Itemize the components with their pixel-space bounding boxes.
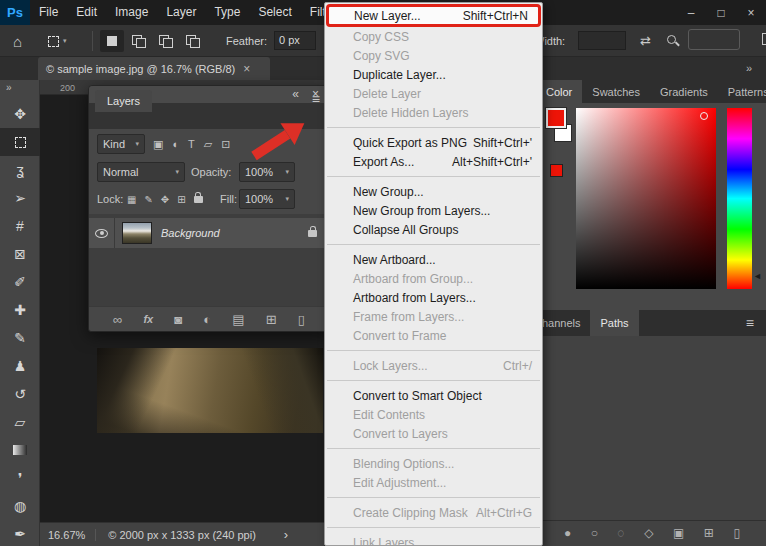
clone-stamp-tool[interactable]: ♟ [0,352,40,380]
new-layer-icon[interactable]: ⊞ [266,312,277,327]
menu-item-duplicate-layer[interactable]: Duplicate Layer... [325,65,542,84]
blend-mode-dropdown[interactable]: Normal ▾ [97,162,185,182]
delete-layer-icon[interactable]: ▯ [298,312,305,327]
stroke-path-icon[interactable]: ○ [591,526,598,540]
move-tool[interactable]: ✥ [0,100,40,128]
filter-pixel-layer-icon[interactable]: ▣ [153,138,163,151]
blur-tool[interactable]: ❜ [0,464,40,492]
tab-gradients[interactable]: Gradients [650,80,718,103]
panel-menu-icon[interactable]: ≡ [312,91,320,107]
menu-select[interactable]: Select [249,0,300,25]
menu-item-delete-layer[interactable]: Delete Layer [325,84,542,103]
rectangular-marquee-tool[interactable] [0,128,40,156]
filter-shape-layer-icon[interactable]: ▱ [204,138,212,151]
menu-item-new-layer[interactable]: New Layer...Shift+Ctrl+N [326,4,541,27]
lock-transparency-icon[interactable]: ▦ [127,194,136,205]
new-path-icon[interactable]: ⊞ [704,526,714,540]
menu-image[interactable]: Image [106,0,157,25]
filter-adjustment-layer-icon[interactable]: ◐ [172,138,179,150]
adjustment-layer-icon[interactable]: ◐ [203,312,211,327]
history-brush-tool[interactable]: ↺ [0,380,40,408]
frame-tool[interactable]: ⊠ [0,240,40,268]
menu-type[interactable]: Type [205,0,249,25]
layer-mask-icon[interactable]: ◙ [174,312,182,327]
menu-item-quick-export-as-png[interactable]: Quick Export as PNGShift+Ctrl+' [325,133,542,152]
menu-file[interactable]: File [30,0,67,25]
menu-item-convert-to-smart-object[interactable]: Convert to Smart Object [325,386,542,405]
visibility-cell[interactable] [89,218,115,248]
menu-item-new-artboard[interactable]: New Artboard... [325,250,542,269]
menu-edit[interactable]: Edit [67,0,106,25]
pen-tool[interactable]: ✒ [0,520,40,546]
eyedropper-tool[interactable]: ✐ [0,268,40,296]
layer-style-icon[interactable]: fx [143,313,153,325]
subtract-from-selection-button[interactable] [154,30,178,52]
hue-slider[interactable] [727,108,752,289]
zoom-level[interactable]: 16.67% [48,529,96,541]
object-selection-tool[interactable]: ➢ [0,184,40,212]
layer-row[interactable]: Background [89,218,329,248]
menu-item-edit-contents[interactable]: Edit Contents [325,405,542,424]
width-input[interactable] [578,31,626,50]
share-icon[interactable] [762,33,766,45]
menu-item-new-group-from-layers[interactable]: New Group from Layers... [325,201,542,220]
load-selection-icon[interactable]: ◌ [618,526,625,540]
feather-input[interactable]: 0 px [274,31,316,50]
menu-item-delete-hidden-layers[interactable]: Delete Hidden Layers [325,103,542,122]
foreground-color-swatch[interactable] [546,108,566,128]
make-work-path-icon[interactable]: ◇ [644,526,653,540]
window-close-button[interactable]: × [736,0,766,25]
menu-item-copy-svg[interactable]: Copy SVG [325,46,542,65]
add-mask-icon[interactable]: ▣ [673,526,684,540]
menu-item-blending-options[interactable]: Blending Options... [325,454,542,473]
search-icon[interactable] [666,34,679,47]
fill-path-icon[interactable]: ● [564,526,571,540]
delete-path-icon[interactable]: ▯ [733,526,740,540]
color-picker-cursor[interactable] [700,112,708,120]
toolbar-expand-icon[interactable]: » [6,82,12,93]
menu-item-edit-adjustment[interactable]: Edit Adjustment... [325,473,542,492]
menu-item-convert-to-layers[interactable]: Convert to Layers [325,424,542,443]
document-tab[interactable]: © sample image.jpg @ 16.7% (RGB/8) × [38,57,270,80]
spot-healing-tool[interactable]: ✚ [0,296,40,324]
link-layers-icon[interactable]: ∞ [113,312,122,327]
tab-swatches[interactable]: Swatches [582,80,650,103]
add-to-selection-button[interactable] [127,30,151,52]
color-sample-chip[interactable] [550,164,563,177]
menu-item-artboard-from-group[interactable]: Artboard from Group... [325,269,542,288]
tab-patterns[interactable]: Patterns [718,80,766,103]
collapse-panel-icon[interactable]: « [292,87,299,101]
eraser-tool[interactable]: ▱ [0,408,40,436]
menu-layer[interactable]: Layer [157,0,205,25]
menu-item-new-group[interactable]: New Group... [325,182,542,201]
filter-smart-object-icon[interactable]: ⊡ [221,138,230,151]
lock-pixels-icon[interactable]: ✎ [144,194,152,205]
saturation-brightness-field[interactable] [576,108,716,289]
new-selection-button[interactable] [100,30,124,52]
menu-item-lock-layers[interactable]: Lock Layers...Ctrl+/ [325,356,542,375]
crop-tool[interactable]: # [0,212,40,240]
fill-dropdown[interactable]: 100% ▾ [239,189,295,209]
filter-type-layer-icon[interactable]: T [188,138,195,150]
dodge-tool[interactable]: ◍ [0,492,40,520]
menu-item-convert-to-frame[interactable]: Convert to Frame [325,326,542,345]
menu-item-collapse-all-groups[interactable]: Collapse All Groups [325,220,542,239]
status-chevron-icon[interactable]: › [284,527,288,542]
tab-layers[interactable]: Layers [95,90,152,112]
home-icon[interactable]: ⌂ [13,25,22,57]
tab-overflow-icon[interactable]: » [746,57,752,80]
hue-slider-marker[interactable]: ◄ [753,271,762,281]
active-tool-badge[interactable]: ▾ [48,25,67,57]
lock-all-icon[interactable] [194,196,203,203]
panel-menu-icon[interactable]: ≡ [746,315,754,331]
tab-paths[interactable]: Paths [590,310,638,336]
brush-tool[interactable]: ✎ [0,324,40,352]
menu-item-copy-css[interactable]: Copy CSS [325,27,542,46]
menu-item-artboard-from-layers[interactable]: Artboard from Layers... [325,288,542,307]
options-input-box[interactable] [688,29,740,50]
gradient-tool[interactable] [0,436,40,464]
new-group-icon[interactable]: ▤ [232,312,244,327]
kind-filter-dropdown[interactable]: Kind ▾ [97,134,145,154]
swap-dimensions-icon[interactable]: ⇄ [640,25,651,57]
menu-item-create-clipping-mask[interactable]: Create Clipping MaskAlt+Ctrl+G [325,503,542,522]
